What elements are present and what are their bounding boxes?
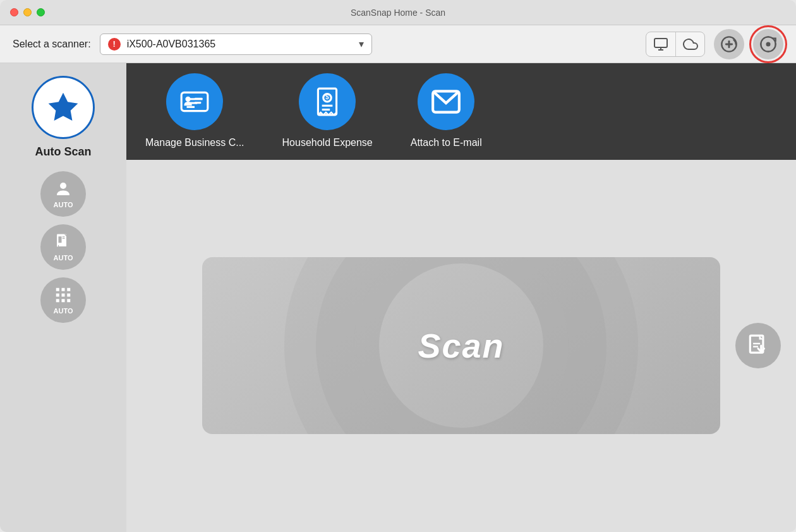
attach-email-label: Attach to E-mail [411, 136, 482, 150]
grid-icon [54, 286, 73, 305]
household-expense-label: Household Expense [282, 136, 373, 150]
refresh-settings-button[interactable] [753, 29, 783, 59]
svg-text:$: $ [325, 94, 329, 100]
cloud-view-button[interactable] [675, 32, 704, 56]
maximize-button[interactable] [37, 8, 45, 16]
grid-auto-label: AUTO [54, 307, 73, 315]
list-item[interactable]: AUTO [40, 224, 86, 270]
close-button[interactable] [10, 8, 18, 16]
email-icon [430, 86, 462, 118]
svg-point-26 [186, 97, 191, 102]
svg-rect-16 [56, 294, 59, 297]
svg-rect-13 [56, 288, 59, 291]
svg-rect-22 [181, 92, 208, 111]
household-expense-card[interactable]: $ Household Expense [282, 73, 373, 150]
monitor-view-button[interactable] [646, 32, 675, 56]
svg-rect-28 [195, 102, 201, 104]
manage-business-card[interactable]: Manage Business C... [145, 73, 244, 150]
manage-business-label: Manage Business C... [145, 136, 244, 150]
document-icon [54, 233, 73, 251]
svg-rect-27 [195, 98, 203, 100]
main-area: Auto Scan AUTO [0, 63, 796, 532]
person-icon [54, 179, 73, 198]
window-controls [10, 8, 45, 16]
person-auto-label: AUTO [54, 201, 73, 209]
svg-rect-10 [59, 236, 62, 243]
attach-email-card[interactable]: Attach to E-mail [411, 73, 482, 150]
svg-rect-21 [67, 299, 70, 302]
refresh-settings-icon [759, 35, 777, 53]
svg-rect-18 [67, 294, 70, 297]
auto-scan-icon-circle [32, 76, 95, 139]
auto-scan-profile[interactable]: Auto Scan [32, 76, 95, 159]
person-auto-circle[interactable]: AUTO [40, 171, 86, 217]
svg-rect-19 [56, 299, 59, 302]
minimize-button[interactable] [23, 8, 32, 16]
dropdown-arrow-icon: ▾ [359, 38, 364, 50]
right-content: Manage Business C... $ Household Expense [126, 63, 796, 532]
list-item[interactable]: AUTO [40, 171, 86, 217]
document-auto-label: AUTO [54, 254, 73, 262]
scan-button-label: Scan [418, 326, 504, 365]
cloud-icon [683, 37, 698, 52]
scan-button[interactable]: Scan [202, 257, 720, 434]
add-profile-button[interactable] [714, 29, 744, 59]
sidebar-profiles: AUTO AUTO [40, 171, 86, 323]
svg-rect-20 [62, 299, 65, 302]
svg-marker-7 [49, 93, 78, 121]
title-bar: ScanSnap Home - Scan [0, 0, 796, 25]
view-toggle-group [646, 32, 705, 57]
add-profile-icon [720, 35, 738, 53]
business-card-icon [179, 86, 210, 118]
svg-rect-11 [63, 236, 65, 237]
scan-options-button[interactable] [735, 323, 781, 368]
select-scanner-label: Select a scanner: [13, 39, 91, 50]
svg-rect-14 [62, 288, 65, 291]
star-icon [45, 90, 81, 125]
email-icon-circle [418, 73, 474, 130]
scanner-name: iX500-A0VB031365 [127, 39, 354, 50]
window-title: ScanSnap Home - Scan [351, 8, 445, 18]
list-item[interactable]: AUTO [40, 277, 86, 323]
svg-rect-12 [63, 238, 65, 239]
receipt-icon-circle: $ [299, 73, 356, 130]
scanner-dropdown[interactable]: ! iX500-A0VB031365 ▾ [100, 33, 372, 55]
top-bar: Select a scanner: ! iX500-A0VB031365 ▾ [0, 25, 796, 63]
svg-point-8 [60, 183, 66, 189]
svg-rect-0 [654, 39, 667, 47]
scan-area: Scan [126, 160, 796, 532]
svg-point-6 [766, 42, 771, 46]
svg-rect-15 [67, 288, 70, 291]
business-card-icon-circle [166, 73, 223, 130]
error-icon: ! [108, 38, 121, 51]
auto-scan-label: Auto Scan [35, 145, 91, 159]
grid-auto-circle[interactable]: AUTO [40, 277, 86, 323]
receipt-icon: $ [311, 86, 343, 118]
document-option-icon [746, 334, 770, 358]
monitor-icon [653, 37, 668, 52]
sidebar: Auto Scan AUTO [0, 63, 126, 532]
document-auto-circle[interactable]: AUTO [40, 224, 86, 270]
profile-strip: Manage Business C... $ Household Expense [126, 63, 796, 160]
svg-rect-17 [62, 294, 65, 297]
